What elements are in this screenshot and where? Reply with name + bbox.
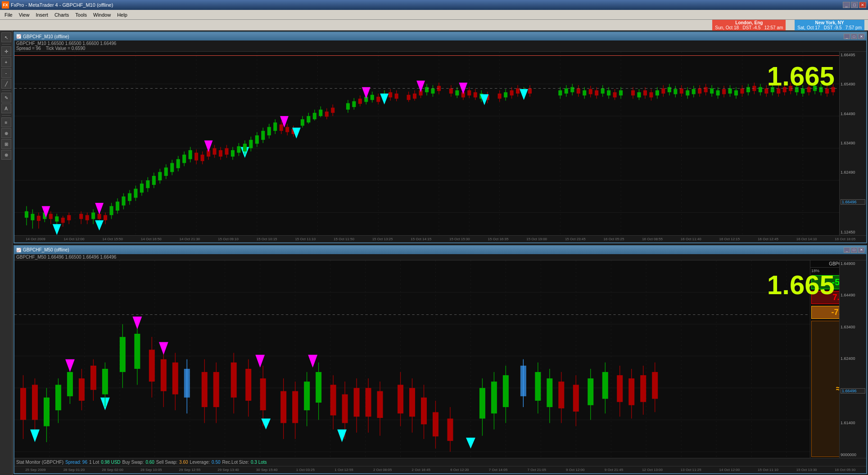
svg-rect-395 [547,378,552,407]
cursor-tool[interactable]: ↖ [1,32,11,42]
svg-rect-222 [661,89,665,94]
svg-rect-405 [617,375,623,402]
delete-tool[interactable]: ⊗ [1,150,11,160]
chart1-body[interactable]: 1.665 [14,52,866,235]
crosshair-tool[interactable]: ✛ [1,46,11,56]
svg-rect-32 [61,218,65,223]
chart1-minimize[interactable]: _ [844,34,850,39]
svg-rect-37 [79,214,83,219]
chart2-close[interactable]: ✕ [858,247,864,253]
chart1-info: GBPCHF_M10 1.66500 1.66500 1.66600 1.664… [14,40,866,52]
svg-rect-370 [366,388,371,417]
chart-m10: 📈 GBPCHF_M10 (offline) _ □ ✕ GBPCHF_M10 … [14,31,867,243]
svg-rect-311 [32,385,38,420]
svg-rect-230 [686,90,689,95]
chart2-body[interactable]: 1.665 [14,260,866,458]
zoom-in-tool[interactable]: + [1,57,11,67]
svg-marker-47 [95,203,104,215]
svg-rect-216 [643,90,647,95]
left-toolbar: ↖ ✛ + - ╱ ✎ A ≡ ⊕ ⊞ ⊗ [0,31,13,475]
svg-rect-72 [176,159,180,168]
svg-rect-20 [25,211,28,218]
title-bar: FX FxPro - MetaTrader 4 - GBPCHF_M10 (of… [0,0,868,10]
svg-rect-110 [285,127,289,132]
svg-rect-328 [120,337,126,372]
svg-rect-66 [158,172,162,180]
svg-rect-52 [116,202,119,211]
svg-rect-309 [20,388,26,420]
svg-rect-102 [261,131,265,140]
chart2-info: GBPCHF_M50 1.66496 1.66500 1.66496 1.664… [14,254,866,260]
svg-rect-240 [716,90,720,95]
toolbar-divider-2 [2,90,11,91]
svg-rect-378 [421,397,427,424]
svg-marker-349 [255,354,265,367]
line-tool[interactable]: ╱ [1,79,11,89]
menu-insert[interactable]: Insert [33,11,51,18]
svg-rect-208 [613,92,617,97]
svg-marker-340 [159,342,168,354]
price-label: 1.64900 [841,261,865,266]
svg-rect-161 [449,89,453,94]
svg-rect-56 [128,193,131,201]
price-label: 1.63490 [841,141,865,145]
svg-rect-74 [182,155,186,163]
svg-rect-411 [652,372,658,399]
price-label: 1.12450 [841,230,865,234]
svg-rect-181 [510,90,514,95]
svg-rect-389 [503,375,509,407]
svg-rect-354 [280,391,286,423]
svg-rect-126 [331,108,335,112]
svg-marker-188 [520,89,528,100]
indicator-tool[interactable]: ⊕ [1,128,11,138]
svg-rect-318 [67,372,73,396]
stat-monitor: Stat Monitor (GBPCHF) Spread: 96 1 Lot 0… [14,458,866,466]
settings-tool[interactable]: ⊞ [1,139,11,149]
svg-marker-35 [53,224,61,235]
svg-rect-118 [307,116,310,122]
svg-rect-136 [371,95,374,100]
draw-tool[interactable]: ✎ [1,93,11,103]
svg-rect-238 [710,89,714,94]
menu-help[interactable]: Help [114,11,130,18]
svg-rect-360 [316,372,321,403]
chart2-maximize[interactable]: □ [851,247,857,253]
svg-rect-409 [640,375,646,402]
svg-rect-330 [134,334,140,369]
text-tool[interactable]: A [1,103,11,113]
price-label: 1.66496 [841,199,865,205]
svg-rect-204 [601,89,605,94]
svg-rect-244 [728,89,732,94]
zoom-out-tool[interactable]: - [1,68,11,78]
chart2-svg [14,260,810,458]
menu-tools[interactable]: Tools [72,11,90,18]
svg-marker-383 [466,438,475,448]
menu-view[interactable]: View [16,11,32,18]
menu-window[interactable]: Window [90,11,113,18]
chart1-time-axis: 14 Oct 2009 14 Oct 12:00 14 Oct 15:50 14… [14,235,866,242]
svg-rect-190 [558,90,562,95]
svg-rect-142 [389,92,392,97]
minimize-button[interactable]: _ [843,2,850,8]
close-button[interactable]: ✕ [859,2,866,8]
svg-rect-68 [164,167,168,176]
menu-charts[interactable]: Charts [52,11,72,18]
svg-rect-335 [161,359,167,391]
chart1-titlebar: 📈 GBPCHF_M10 (offline) _ □ ✕ [14,32,866,40]
maximize-button[interactable]: □ [851,2,858,8]
svg-rect-124 [325,112,329,117]
svg-rect-106 [273,122,277,131]
svg-rect-250 [746,87,750,92]
chart2-minimize[interactable]: _ [844,247,850,253]
svg-rect-351 [260,378,266,410]
svg-rect-372 [377,391,383,418]
chart1-maximize[interactable]: □ [851,34,857,39]
svg-rect-380 [433,412,439,436]
stat-sellswap: 3.60 [179,460,188,465]
svg-rect-156 [431,89,434,94]
svg-rect-179 [504,92,507,97]
fib-tool[interactable]: ≡ [1,117,11,127]
menu-file[interactable]: File [2,11,15,18]
toolbar-divider-3 [2,115,11,116]
chart1-close[interactable]: ✕ [858,34,864,39]
